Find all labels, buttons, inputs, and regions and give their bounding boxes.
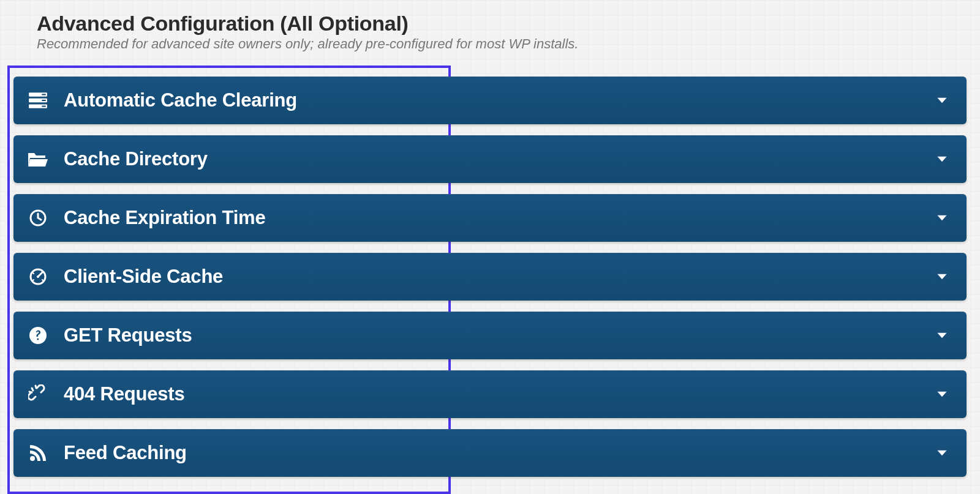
chevron-down-icon — [933, 151, 951, 168]
section-header: Advanced Configuration (All Optional) Re… — [13, 12, 967, 52]
section-title: Advanced Configuration (All Optional) — [37, 12, 967, 35]
accordion: Automatic Cache Clearing Cache Directory… — [13, 77, 967, 477]
folder-open-icon — [26, 147, 50, 171]
broken-link-icon — [26, 382, 50, 406]
panel-label: Automatic Cache Clearing — [64, 89, 933, 111]
svg-rect-4 — [42, 100, 45, 101]
svg-point-11 — [30, 456, 35, 461]
server-icon — [26, 88, 50, 113]
section-subtitle: Recommended for advanced site owners onl… — [37, 36, 967, 52]
panel-label: GET Requests — [64, 324, 933, 346]
dashboard-icon — [26, 264, 50, 289]
svg-rect-3 — [42, 94, 45, 95]
rss-icon — [26, 441, 50, 465]
panel-get-requests[interactable]: GET Requests — [13, 312, 967, 359]
chevron-down-icon — [933, 92, 951, 109]
svg-rect-10 — [37, 339, 39, 340]
panel-label: Feed Caching — [64, 442, 933, 464]
panel-feed-caching[interactable]: Feed Caching — [13, 429, 967, 477]
svg-rect-5 — [42, 106, 45, 107]
panel-automatic-cache-clearing[interactable]: Automatic Cache Clearing — [13, 77, 967, 124]
question-circle-icon — [26, 323, 50, 348]
chevron-down-icon — [933, 327, 951, 344]
chevron-down-icon — [933, 268, 951, 285]
panel-cache-expiration-time[interactable]: Cache Expiration Time — [13, 194, 967, 242]
panel-label: Cache Directory — [64, 148, 933, 170]
panel-404-requests[interactable]: 404 Requests — [13, 370, 967, 418]
clock-icon — [26, 206, 50, 230]
panel-label: 404 Requests — [64, 383, 933, 405]
panel-label: Client-Side Cache — [64, 266, 933, 288]
panel-cache-directory[interactable]: Cache Directory — [13, 135, 967, 183]
chevron-down-icon — [933, 444, 951, 462]
panel-client-side-cache[interactable]: Client-Side Cache — [13, 253, 967, 301]
svg-point-8 — [37, 275, 39, 278]
chevron-down-icon — [933, 386, 951, 403]
chevron-down-icon — [933, 209, 951, 226]
panel-label: Cache Expiration Time — [64, 207, 933, 229]
